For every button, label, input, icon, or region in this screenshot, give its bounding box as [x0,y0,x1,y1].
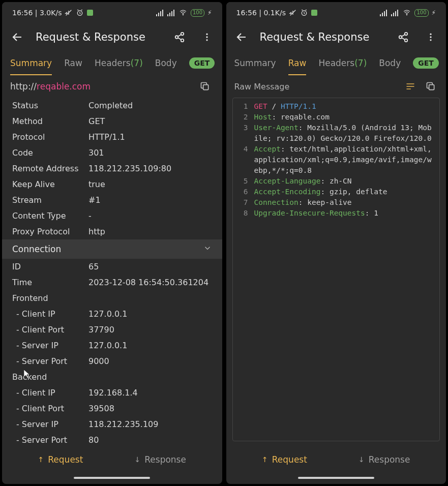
more-button[interactable] [198,28,216,46]
svg-point-9 [183,15,183,15]
kv-key: Server IP [12,341,88,350]
statusbar-time: 16:56 | 3.0K/s [12,9,62,17]
tab-summary[interactable]: Summary [234,51,276,75]
statusbar: 16:56 | 3.0K/s 100 ⚡ [2,2,222,23]
request-tab-button[interactable]: ↑Request [262,454,307,465]
raw-message-box[interactable]: 1GET / HTTP/1.12Host: reqable.com3User-A… [232,98,440,441]
svg-rect-6 [169,13,170,16]
kv-row: Client IP127.0.0.1 [2,306,222,322]
home-indicator [298,477,374,479]
kv-row: Time2023-12-08 16:54:50.361204 [2,275,222,290]
tab-summary[interactable]: Summary [10,51,52,75]
svg-rect-20 [384,11,385,16]
tab-body[interactable]: Body [379,51,401,75]
svg-rect-33 [429,85,434,90]
kv-row: Server IP127.0.0.1 [2,338,222,353]
svg-rect-23 [393,13,394,16]
method-badge: GET [189,57,215,69]
arrow-up-icon: ↑ [38,455,44,464]
svg-rect-24 [395,11,396,16]
url-host: reqable.com [37,81,91,92]
raw-line: 3User-Agent: Mozilla/5.0 (Android 13; Mo… [237,123,436,144]
request-tab-button[interactable]: ↑Request [38,454,83,465]
svg-rect-1 [156,14,157,16]
kv-val: 37790 [88,325,212,335]
kv-key: Time [12,278,88,287]
tab-raw[interactable]: Raw [64,51,82,75]
kv-key: Client Port [12,404,88,413]
kv-row: Client IP192.168.1.4 [2,385,222,401]
kv-val: true [88,179,212,189]
wifi-icon [178,9,188,16]
url-bar: http://reqable.com [2,75,222,98]
frontend-label: Frontend [2,290,222,306]
response-tab-button[interactable]: ↓Response [135,454,186,465]
tab-headers[interactable]: Headers(7) [95,51,143,75]
tab-body[interactable]: Body [155,51,177,75]
svg-point-14 [206,36,207,38]
kv-val: 80 [88,435,212,445]
signal-icon [167,9,175,16]
svg-rect-19 [382,13,383,16]
battery-icon: 100 [414,9,428,17]
kv-key: Code [12,148,88,158]
svg-point-32 [430,39,431,41]
mute-icon [289,9,297,17]
more-button[interactable] [422,28,440,46]
kv-val: HTTP/1.1 [88,132,212,142]
arrow-up-icon: ↑ [262,455,268,464]
kv-val: Completed [88,101,212,110]
arrow-down-icon: ↓ [359,455,365,464]
response-tab-button[interactable]: ↓Response [359,454,410,465]
kv-val: 127.0.0.1 [88,341,212,350]
wifi-icon [402,9,411,16]
kv-val: #1 [88,195,212,205]
share-button[interactable] [394,28,412,46]
home-indicator [74,477,150,479]
kv-row: ID65 [2,259,222,275]
back-button[interactable] [232,28,251,46]
svg-point-28 [399,36,402,39]
signal-icon [156,9,164,16]
connection-section-header[interactable]: Connection [2,239,222,259]
line-number: 2 [237,112,248,123]
backend-label: Backend [2,369,222,385]
mute-icon [65,9,73,17]
svg-point-30 [430,34,431,35]
kv-row: Server Port9000 [2,353,222,369]
copy-button[interactable] [424,79,438,94]
tabs: Summary Raw Headers(7) Body GET [2,51,222,75]
kv-key: Keep Alive [12,179,88,189]
kv-key: Content Type [12,211,88,221]
kv-key: ID [12,262,88,271]
svg-rect-2 [158,13,159,16]
svg-rect-25 [397,10,398,16]
svg-point-15 [206,39,207,41]
square-indicator-icon [311,10,317,16]
kv-key: Server IP [12,419,88,429]
line-number: 8 [237,208,248,219]
wrap-button[interactable] [403,79,417,94]
bottom-bar: ↑Request ↓Response [226,445,446,474]
kv-val: 65 [88,262,212,271]
tab-raw[interactable]: Raw [288,51,307,75]
kv-key: Client IP [12,309,88,319]
kv-val: 301 [88,148,212,158]
appbar: Request & Response [2,23,222,51]
copy-url-button[interactable] [196,77,214,96]
share-button[interactable] [170,28,189,46]
line-number: 3 [237,123,248,144]
kv-row: StatusCompleted [2,98,222,113]
charging-icon: ⚡ [432,9,436,16]
tab-headers[interactable]: Headers(7) [318,51,367,75]
arrow-down-icon: ↓ [135,455,141,464]
tabs: Summary Raw Headers(7) Body GET [226,51,446,75]
back-button[interactable] [8,28,26,46]
kv-key: Protocol [12,132,88,142]
charging-icon: ⚡ [207,9,212,16]
kv-row: Keep Alivetrue [2,176,222,192]
kv-row: Proxy Protocolhttp [2,224,222,239]
kv-key: Remote Address [12,164,88,173]
kv-row: ProtocolHTTP/1.1 [2,129,222,145]
kv-val: 9000 [88,356,212,366]
